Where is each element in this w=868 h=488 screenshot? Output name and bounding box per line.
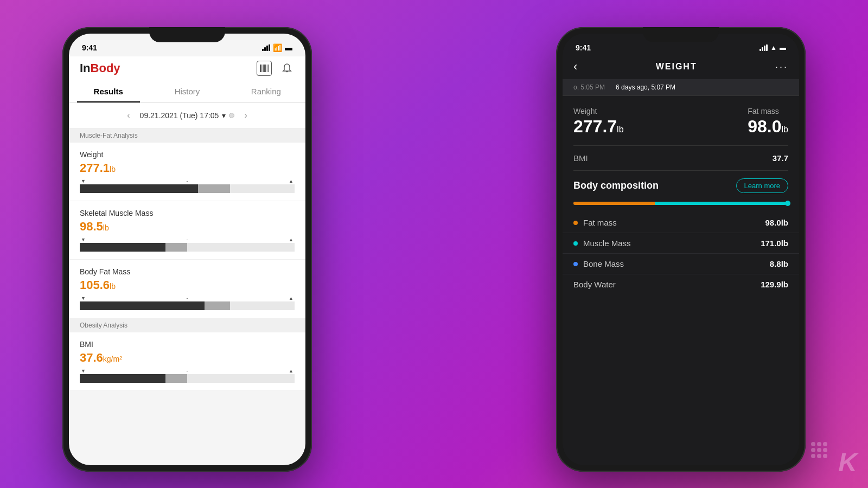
timeline-item-1[interactable]: 6 days ago, 5:07 PM bbox=[616, 84, 675, 91]
weight-label: Weight bbox=[573, 107, 624, 115]
phone-left: 9:41 📶 ▬ InBody bbox=[62, 27, 312, 472]
svg-rect-6 bbox=[268, 65, 269, 72]
progress-cyan bbox=[655, 202, 786, 205]
metric-bodyfat-value: 105.6lb bbox=[80, 278, 295, 292]
signal-bars-icon bbox=[262, 44, 270, 51]
header-icons bbox=[257, 61, 295, 76]
dot-blue-bone bbox=[573, 262, 578, 266]
metric-skeletal: Skeletal Muscle Mass 98.5lb ▼-▲ bbox=[69, 201, 305, 260]
muscle-comp-label: Muscle Mass bbox=[583, 239, 631, 248]
section-muscle-fat: Muscle-Fat Analysis bbox=[69, 129, 305, 143]
status-icons-left: 📶 ▬ bbox=[262, 43, 292, 52]
tab-ranking[interactable]: Ranking bbox=[227, 80, 305, 102]
svg-rect-2 bbox=[263, 65, 264, 72]
body-water-value: 129.9lb bbox=[761, 280, 788, 289]
nav-title: WEIGHT bbox=[656, 62, 697, 72]
back-button[interactable]: ‹ bbox=[573, 60, 577, 74]
bone-comp-value: 8.8lb bbox=[770, 259, 788, 268]
body-comp-header: Body composition Learn more bbox=[563, 171, 799, 198]
fatmass-label: Fat mass bbox=[748, 107, 788, 115]
prev-arrow[interactable]: ‹ bbox=[123, 108, 134, 123]
logo-body: Body bbox=[91, 61, 120, 75]
timeline-item-0[interactable]: o, 5:05 PM bbox=[573, 84, 605, 91]
bell-icon bbox=[282, 63, 292, 74]
section-obesity: Obesity Analysis bbox=[69, 318, 305, 332]
notch-right bbox=[643, 27, 719, 42]
fatmass-comp-value: 98.0lb bbox=[765, 218, 788, 227]
muscle-comp-value: 171.0lb bbox=[761, 239, 788, 248]
svg-rect-4 bbox=[265, 65, 266, 72]
fatmass-comp-label: Fat mass bbox=[583, 218, 617, 227]
logo-in: In bbox=[80, 61, 91, 75]
body-comp-muscle: Muscle Mass 171.0lb bbox=[563, 233, 799, 254]
dot-cyan-muscle bbox=[573, 241, 578, 246]
battery-icon-right: ▬ bbox=[780, 44, 786, 52]
bmi-label-dark: BMI bbox=[573, 153, 588, 163]
bmi-row-dark: BMI 37.7 bbox=[563, 146, 799, 170]
next-arrow[interactable]: › bbox=[240, 108, 251, 123]
battery-icon: ▬ bbox=[285, 43, 292, 52]
more-button[interactable]: ··· bbox=[775, 61, 788, 73]
metric-bodyfat-name: Body Fat Mass bbox=[80, 267, 295, 276]
body-comp-title: Body composition bbox=[573, 180, 659, 191]
body-comp-fatmass: Fat mass 98.0lb bbox=[563, 213, 799, 233]
phone-right: 9:41 ▲ ▬ ‹ WEIGHT ··· o, 5:05 PM 6 days … bbox=[556, 27, 806, 472]
fatmass-value: 98.0lb bbox=[748, 117, 788, 137]
progress-dot bbox=[785, 201, 790, 206]
metric-skeletal-value: 98.5lb bbox=[80, 220, 295, 234]
watermark-dots bbox=[811, 442, 827, 458]
learn-more-button[interactable]: Learn more bbox=[736, 178, 788, 193]
date-label: 09.21.2021 (Tue) 17:05 bbox=[140, 111, 219, 120]
primary-metric-pair: Weight 277.7lb Fat mass 98.0lb bbox=[573, 107, 788, 137]
body-comp-bone: Bone Mass 8.8lb bbox=[563, 254, 799, 274]
barcode-icon bbox=[260, 65, 269, 72]
dropdown-icon[interactable]: ▾ bbox=[222, 111, 226, 120]
svg-rect-5 bbox=[267, 65, 267, 72]
bmi-value-dark: 37.7 bbox=[773, 153, 788, 163]
metric-skeletal-name: Skeletal Muscle Mass bbox=[80, 209, 295, 217]
date-text: 09.21.2021 (Tue) 17:05 ▾ bbox=[140, 111, 235, 120]
metric-bmi-name: BMI bbox=[80, 340, 295, 349]
weight-value: 277.7lb bbox=[573, 117, 624, 137]
dark-nav: ‹ WEIGHT ··· bbox=[563, 56, 799, 79]
watermark-k: K bbox=[838, 447, 857, 477]
metric-weight-name: Weight bbox=[80, 150, 295, 159]
date-dot bbox=[229, 113, 234, 118]
tab-history[interactable]: History bbox=[148, 80, 226, 102]
bmi-bar: ▼-▲ bbox=[80, 368, 295, 383]
skeletal-bar: ▼-▲ bbox=[80, 237, 295, 252]
screen-right: 9:41 ▲ ▬ ‹ WEIGHT ··· o, 5:05 PM 6 days … bbox=[563, 34, 799, 465]
inbody-logo: InBody bbox=[80, 61, 120, 75]
progress-orange bbox=[573, 202, 655, 205]
screen-left: 9:41 📶 ▬ InBody bbox=[69, 34, 305, 465]
svg-rect-3 bbox=[264, 65, 265, 72]
bodyfat-bar: ▼-▲ bbox=[80, 296, 295, 310]
weight-bar: ▼-▲ bbox=[80, 178, 295, 193]
date-nav: ‹ 09.21.2021 (Tue) 17:05 ▾ › bbox=[69, 103, 305, 129]
metric-weight-value: 277.1lb bbox=[80, 161, 295, 175]
signal-bars-icon-right bbox=[760, 44, 768, 51]
notch-left bbox=[149, 27, 225, 42]
wifi-icon: 📶 bbox=[273, 43, 282, 52]
metric-bmi-value: 37.6kg/m² bbox=[80, 351, 295, 365]
metric-bmi: BMI 37.6kg/m² ▼-▲ bbox=[69, 332, 305, 391]
bone-comp-label: Bone Mass bbox=[583, 259, 624, 268]
wifi-icon-right: ▲ bbox=[770, 44, 777, 52]
tab-results[interactable]: Results bbox=[69, 80, 148, 102]
barcode-button[interactable] bbox=[257, 61, 272, 76]
body-water-row: Body Water 129.9lb bbox=[563, 274, 799, 294]
tabs-left: Results History Ranking bbox=[69, 80, 305, 103]
dark-fatmass-metric: Fat mass 98.0lb bbox=[748, 107, 788, 137]
status-icons-right: ▲ ▬ bbox=[760, 44, 786, 52]
dark-weight-metric: Weight 277.7lb bbox=[573, 107, 624, 137]
svg-rect-0 bbox=[260, 65, 261, 72]
app-header-left: InBody bbox=[69, 56, 305, 80]
time-right: 9:41 bbox=[576, 43, 591, 52]
body-water-label: Body Water bbox=[573, 280, 616, 289]
dark-metrics: Weight 277.7lb Fat mass 98.0lb bbox=[563, 96, 799, 137]
metric-bodyfat: Body Fat Mass 105.6lb ▼-▲ bbox=[69, 260, 305, 318]
metric-weight: Weight 277.1lb ▼-▲ bbox=[69, 143, 305, 201]
bell-button[interactable] bbox=[279, 61, 295, 76]
time-left: 9:41 bbox=[82, 43, 97, 52]
timeline-bar: o, 5:05 PM 6 days ago, 5:07 PM bbox=[563, 79, 799, 96]
